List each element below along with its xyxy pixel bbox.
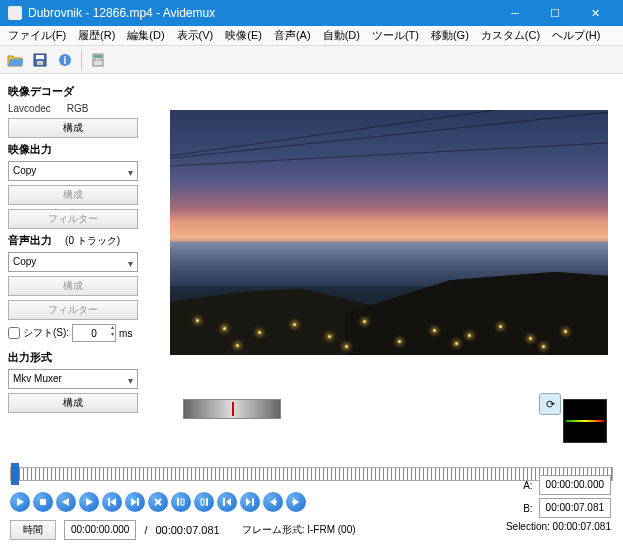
set-b-button[interactable]	[194, 492, 214, 512]
svg-rect-8	[97, 59, 99, 61]
marker-b-label: B:	[521, 503, 533, 514]
shift-label: シフト(S):	[23, 326, 69, 340]
audio-configure-button[interactable]: 構成	[8, 276, 138, 296]
svg-text:i: i	[64, 55, 67, 66]
next-frame-button[interactable]	[79, 492, 99, 512]
decoder-configure-button[interactable]: 構成	[8, 118, 138, 138]
selection-duration: Selection: 00:00:07.081	[431, 521, 611, 532]
video-preview[interactable]	[170, 110, 608, 355]
svg-rect-6	[94, 55, 102, 58]
seek-thumb[interactable]	[11, 463, 19, 485]
video-filter-button[interactable]: フィルター	[8, 209, 138, 229]
menu-file[interactable]: ファイル(F)	[2, 26, 72, 45]
bottom-panel: 時間 00:00:00.000 / 00:00:07.081 フレーム形式: I…	[0, 458, 623, 544]
minimize-button[interactable]: ─	[495, 0, 535, 26]
right-cluster: ⟳ A: 00:00:00.000 B: 00:00:07.081 Select…	[431, 475, 611, 532]
info-button[interactable]: i	[54, 49, 76, 71]
toolbar: i	[0, 46, 623, 74]
time-button[interactable]: 時間	[10, 520, 56, 540]
audio-output-label: 音声出力 (0 トラック)	[8, 233, 152, 248]
delete-button[interactable]	[148, 492, 168, 512]
prev-frame-button[interactable]	[56, 492, 76, 512]
svg-rect-15	[223, 498, 225, 506]
menu-video[interactable]: 映像(E)	[219, 26, 268, 45]
frame-type: フレーム形式: I-FRM (00)	[242, 523, 356, 537]
audio-filter-button[interactable]: フィルター	[8, 300, 138, 320]
window-title: Dubrovnik - 12866.mp4 - Avidemux	[28, 6, 495, 20]
menu-edit[interactable]: 編集(D)	[121, 26, 170, 45]
vu-meter	[563, 399, 607, 443]
menu-custom[interactable]: カスタム(C)	[475, 26, 546, 45]
svg-rect-10	[40, 499, 46, 505]
video-output-label: 映像出力	[8, 142, 152, 157]
set-a-button[interactable]	[171, 492, 191, 512]
prev-black-button[interactable]	[263, 492, 283, 512]
menu-go[interactable]: 移動(G)	[425, 26, 475, 45]
app-icon	[8, 6, 22, 20]
menubar: ファイル(F) 履歴(R) 編集(D) 表示(V) 映像(E) 音声(A) 自動…	[0, 26, 623, 46]
menu-audio[interactable]: 音声(A)	[268, 26, 317, 45]
time-separator: /	[144, 524, 147, 536]
goto-start-button[interactable]	[217, 492, 237, 512]
menu-tools[interactable]: ツール(T)	[366, 26, 425, 45]
shift-value-input[interactable]: 0	[72, 324, 116, 342]
time-total: 00:00:07.081	[155, 524, 219, 536]
close-button[interactable]: ✕	[575, 0, 615, 26]
svg-point-18	[292, 501, 294, 503]
audio-output-select[interactable]: Copy	[8, 252, 138, 272]
maximize-button[interactable]: ☐	[535, 0, 575, 26]
open-button[interactable]	[4, 49, 26, 71]
next-black-button[interactable]	[286, 492, 306, 512]
audio-tracks: (0 トラック)	[65, 235, 120, 246]
marker-a-label: A:	[521, 480, 533, 491]
decoder-format: RGB	[67, 103, 89, 114]
jog-wheel[interactable]	[183, 399, 281, 419]
output-format-label: 出力形式	[8, 350, 152, 365]
format-configure-button[interactable]: 構成	[8, 393, 138, 413]
decoder-info: Lavcodec RGB	[8, 103, 152, 114]
prev-keyframe-button[interactable]	[102, 492, 122, 512]
svg-point-17	[275, 501, 277, 503]
svg-rect-11	[108, 498, 110, 506]
video-configure-button[interactable]: 構成	[8, 185, 138, 205]
stop-button[interactable]	[33, 492, 53, 512]
left-panel: 映像デコーダ Lavcodec RGB 構成 映像出力 Copy 構成 フィルタ…	[0, 74, 160, 458]
marker-b-time: 00:00:07.081	[539, 498, 611, 518]
main-area: 映像デコーダ Lavcodec RGB 構成 映像出力 Copy 構成 フィルタ…	[0, 74, 623, 458]
menu-auto[interactable]: 自動(D)	[317, 26, 366, 45]
time-current[interactable]: 00:00:00.000	[64, 520, 136, 540]
svg-rect-7	[94, 59, 96, 61]
decoder-codec: Lavcodec	[8, 103, 51, 114]
calculator-button[interactable]	[87, 49, 109, 71]
menu-recent[interactable]: 履歴(R)	[72, 26, 121, 45]
svg-rect-2	[37, 61, 43, 65]
next-keyframe-button[interactable]	[125, 492, 145, 512]
titlebar: Dubrovnik - 12866.mp4 - Avidemux ─ ☐ ✕	[0, 0, 623, 26]
goto-end-button[interactable]	[240, 492, 260, 512]
svg-rect-16	[252, 498, 254, 506]
decoder-section-label: 映像デコーダ	[8, 84, 152, 99]
save-button[interactable]	[29, 49, 51, 71]
marker-a-time: 00:00:00.000	[539, 475, 611, 495]
output-format-select[interactable]: Mkv Muxer	[8, 369, 138, 389]
shift-checkbox[interactable]	[8, 327, 20, 339]
loop-button[interactable]: ⟳	[539, 393, 561, 415]
svg-rect-14	[206, 498, 208, 506]
video-output-select[interactable]: Copy	[8, 161, 138, 181]
shift-unit: ms	[119, 328, 132, 339]
svg-rect-12	[137, 498, 139, 506]
menu-view[interactable]: 表示(V)	[171, 26, 220, 45]
menu-help[interactable]: ヘルプ(H)	[546, 26, 606, 45]
svg-rect-9	[100, 59, 102, 61]
play-button[interactable]	[10, 492, 30, 512]
svg-rect-13	[177, 498, 179, 506]
svg-rect-1	[36, 55, 44, 59]
